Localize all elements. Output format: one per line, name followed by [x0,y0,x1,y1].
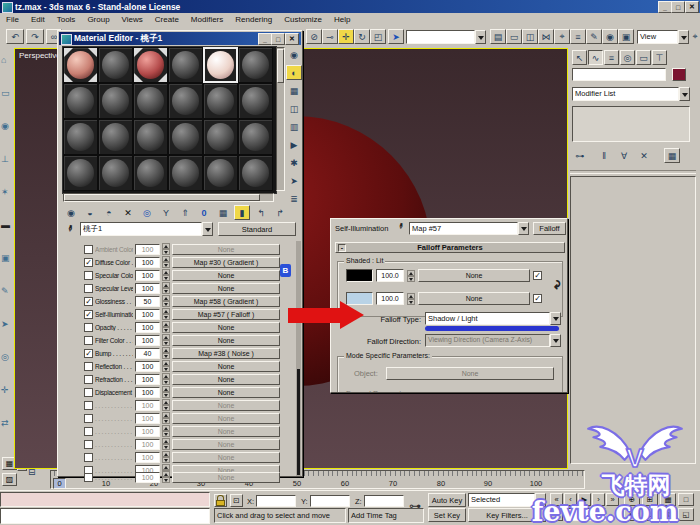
menu-modifiers[interactable]: Modifiers [185,13,229,26]
material-type-button[interactable]: Standard [218,222,296,236]
material-slot[interactable] [63,119,98,155]
map-amount-field[interactable]: 100 [135,413,160,424]
side-map-button[interactable]: None [418,292,530,305]
map-checkbox[interactable] [84,323,93,332]
amount-spinner[interactable] [162,269,170,281]
amount-spinner[interactable] [162,399,170,411]
pick-material-eyedropper-icon[interactable]: ✒ [64,223,76,233]
menu-help[interactable]: Help [328,13,356,26]
map-button[interactable]: None [172,426,280,437]
map-button[interactable]: None [172,400,280,411]
map-button[interactable]: None [172,374,280,385]
video-color-check-icon[interactable]: ▥ [286,119,302,134]
zoom-all-icon[interactable]: ⊞ [642,493,658,506]
rotate-icon[interactable]: ↻ [354,29,370,44]
left-toolbar-icon[interactable]: ⊥ [1,154,9,164]
dropdown-arrow[interactable] [202,222,213,236]
layer-manager-icon[interactable]: ≡ [570,29,586,44]
side-amount-field[interactable]: 100.0 [376,292,404,305]
amount-spinner[interactable] [162,347,170,359]
map-checkbox[interactable]: ✓ [84,297,93,306]
map-checkbox[interactable]: ✓ [84,258,93,267]
pick-eyedropper-icon[interactable]: ✒ [395,221,406,230]
pan-icon[interactable]: ✥ [624,508,640,521]
material-slot[interactable] [98,155,133,191]
redo-icon[interactable]: ↷ [26,29,44,44]
map-button[interactable]: None [172,439,280,450]
menu-create[interactable]: Create [149,13,185,26]
put-material-to-scene-icon[interactable]: ◒ [82,205,98,220]
menu-customize[interactable]: Customize [278,13,328,26]
make-material-copy-icon[interactable]: ◎ [139,205,155,220]
tab-modify-icon[interactable]: ∿ [588,50,603,65]
material-slot[interactable] [98,119,133,155]
map-checkbox[interactable] [84,362,93,371]
amount-spinner[interactable] [407,270,415,282]
sample-type-icon[interactable]: ◉ [286,47,302,62]
amount-spinner[interactable] [162,412,170,424]
show-map-in-viewport-icon[interactable]: ▦ [215,205,231,220]
dropdown-arrow[interactable] [678,30,689,44]
minimize-button[interactable]: _ [658,1,672,13]
go-to-parent-icon[interactable]: ↰ [253,205,269,220]
material-map-navigator-icon[interactable]: ≣ [286,191,302,206]
sample-hscrollbar[interactable] [63,193,274,202]
key-filters-button[interactable]: Key Filters... [468,508,546,522]
select-and-move-icon[interactable]: ✛ [338,29,354,44]
map-type-button[interactable]: Falloff [533,222,566,235]
rollout-scrollbar-thumb[interactable] [297,369,300,475]
material-slot[interactable] [133,83,168,119]
viewport-label[interactable]: Perspective [19,51,61,60]
map-amount-field[interactable]: 100 [135,472,160,483]
swap-colors-icon[interactable]: ↷ [549,280,563,290]
dropdown-arrow[interactable] [475,30,486,44]
left-toolbar-icon[interactable]: ✎ [1,286,9,296]
material-slot[interactable] [203,119,238,155]
window-titlebar[interactable]: tz.max - 3ds max 6 - Stand-alone License… [0,0,700,13]
go-forward-sibling-icon[interactable]: ↱ [272,205,288,220]
zoom-icon[interactable]: ⊕ [624,493,640,506]
left-toolbar-icon[interactable]: ⌂ [1,55,6,65]
left-toolbar-icon[interactable]: ✛ [1,385,9,395]
tab-hierarchy-icon[interactable]: ≡ [604,50,619,65]
map-checkbox[interactable] [84,271,93,280]
material-slot[interactable] [63,47,98,83]
set-key-button[interactable]: Set Key [428,508,466,522]
modifier-stack-list[interactable] [572,106,690,142]
map-button[interactable]: None [172,413,280,424]
selection-set-combo[interactable]: Selected [468,493,546,507]
amount-spinner[interactable] [162,425,170,437]
front-map-button[interactable]: None [418,269,530,282]
sample-uv-tiling-icon[interactable]: ◫ [286,101,302,116]
material-slot[interactable] [98,47,133,83]
make-preview-icon[interactable]: ▶ [286,137,302,152]
map-checkbox[interactable] [84,453,93,462]
render-scene-icon[interactable]: ▣ [618,29,634,44]
material-editor-icon[interactable]: ◉ [602,29,618,44]
material-slot-active[interactable] [203,47,238,83]
current-frame-field[interactable] [566,508,606,521]
map-checkbox[interactable] [84,336,93,345]
amount-spinner[interactable] [162,321,170,333]
map-button[interactable]: None [172,452,280,463]
z-field[interactable] [364,495,404,507]
min-max-toggle-icon[interactable]: ◱ [678,508,694,521]
map-button[interactable]: Map #57 ( Falloff ) [172,309,280,320]
front-map-checkbox[interactable]: ✓ [533,271,542,280]
go-to-start-icon[interactable]: « [550,493,563,506]
object-name-field[interactable] [572,68,666,81]
amount-spinner[interactable] [162,360,170,372]
map-button[interactable]: None [172,322,280,333]
modifier-list-combo[interactable]: Modifier List [572,87,690,101]
play-icon[interactable]: ▶ [578,493,591,506]
menu-views[interactable]: Views [116,13,149,26]
select-by-material-icon[interactable]: ➤ [286,173,302,188]
backlight-icon[interactable]: ◐ [286,65,302,80]
selection-filter-combo[interactable] [406,30,486,44]
menu-file[interactable]: File [0,13,25,26]
maxscript-mini-listener-pink[interactable] [0,492,210,507]
go-to-end-icon[interactable]: » [606,493,619,506]
map-amount-field[interactable]: 100 [135,374,160,385]
mirror-icon[interactable]: ⋈ [538,29,554,44]
map-button[interactable]: None [172,335,280,346]
